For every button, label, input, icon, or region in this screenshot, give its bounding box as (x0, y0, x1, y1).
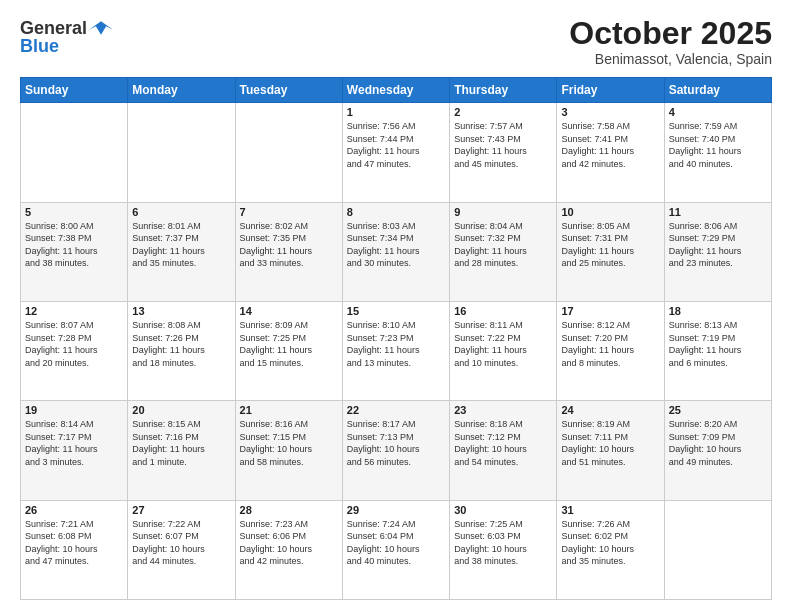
day-number: 5 (25, 206, 123, 218)
day-number: 25 (669, 404, 767, 416)
table-row (21, 103, 128, 202)
calendar-week-row: 12Sunrise: 8:07 AM Sunset: 7:28 PM Dayli… (21, 301, 772, 400)
table-row: 23Sunrise: 8:18 AM Sunset: 7:12 PM Dayli… (450, 401, 557, 500)
table-row: 28Sunrise: 7:23 AM Sunset: 6:06 PM Dayli… (235, 500, 342, 599)
day-number: 2 (454, 106, 552, 118)
day-info: Sunrise: 7:57 AM Sunset: 7:43 PM Dayligh… (454, 120, 552, 170)
day-number: 27 (132, 504, 230, 516)
day-number: 23 (454, 404, 552, 416)
day-number: 13 (132, 305, 230, 317)
day-number: 28 (240, 504, 338, 516)
calendar-week-row: 5Sunrise: 8:00 AM Sunset: 7:38 PM Daylig… (21, 202, 772, 301)
day-number: 7 (240, 206, 338, 218)
table-row: 25Sunrise: 8:20 AM Sunset: 7:09 PM Dayli… (664, 401, 771, 500)
table-row: 11Sunrise: 8:06 AM Sunset: 7:29 PM Dayli… (664, 202, 771, 301)
day-info: Sunrise: 8:07 AM Sunset: 7:28 PM Dayligh… (25, 319, 123, 369)
month-title: October 2025 (569, 16, 772, 51)
day-info: Sunrise: 7:22 AM Sunset: 6:07 PM Dayligh… (132, 518, 230, 568)
col-tuesday: Tuesday (235, 78, 342, 103)
table-row: 10Sunrise: 8:05 AM Sunset: 7:31 PM Dayli… (557, 202, 664, 301)
table-row (128, 103, 235, 202)
table-row: 4Sunrise: 7:59 AM Sunset: 7:40 PM Daylig… (664, 103, 771, 202)
day-info: Sunrise: 8:00 AM Sunset: 7:38 PM Dayligh… (25, 220, 123, 270)
day-number: 3 (561, 106, 659, 118)
table-row: 5Sunrise: 8:00 AM Sunset: 7:38 PM Daylig… (21, 202, 128, 301)
day-number: 31 (561, 504, 659, 516)
day-number: 8 (347, 206, 445, 218)
day-info: Sunrise: 7:58 AM Sunset: 7:41 PM Dayligh… (561, 120, 659, 170)
table-row: 6Sunrise: 8:01 AM Sunset: 7:37 PM Daylig… (128, 202, 235, 301)
day-info: Sunrise: 8:19 AM Sunset: 7:11 PM Dayligh… (561, 418, 659, 468)
day-info: Sunrise: 8:10 AM Sunset: 7:23 PM Dayligh… (347, 319, 445, 369)
table-row: 24Sunrise: 8:19 AM Sunset: 7:11 PM Dayli… (557, 401, 664, 500)
table-row: 14Sunrise: 8:09 AM Sunset: 7:25 PM Dayli… (235, 301, 342, 400)
day-info: Sunrise: 8:15 AM Sunset: 7:16 PM Dayligh… (132, 418, 230, 468)
table-row (235, 103, 342, 202)
col-friday: Friday (557, 78, 664, 103)
table-row: 16Sunrise: 8:11 AM Sunset: 7:22 PM Dayli… (450, 301, 557, 400)
table-row: 13Sunrise: 8:08 AM Sunset: 7:26 PM Dayli… (128, 301, 235, 400)
day-number: 9 (454, 206, 552, 218)
day-info: Sunrise: 8:06 AM Sunset: 7:29 PM Dayligh… (669, 220, 767, 270)
day-number: 19 (25, 404, 123, 416)
calendar-week-row: 19Sunrise: 8:14 AM Sunset: 7:17 PM Dayli… (21, 401, 772, 500)
table-row: 7Sunrise: 8:02 AM Sunset: 7:35 PM Daylig… (235, 202, 342, 301)
table-row: 15Sunrise: 8:10 AM Sunset: 7:23 PM Dayli… (342, 301, 449, 400)
day-number: 14 (240, 305, 338, 317)
table-row (664, 500, 771, 599)
logo: General Blue (20, 16, 113, 57)
calendar-header-row: Sunday Monday Tuesday Wednesday Thursday… (21, 78, 772, 103)
day-info: Sunrise: 8:05 AM Sunset: 7:31 PM Dayligh… (561, 220, 659, 270)
day-number: 16 (454, 305, 552, 317)
day-info: Sunrise: 8:03 AM Sunset: 7:34 PM Dayligh… (347, 220, 445, 270)
logo-bird-icon (89, 16, 113, 40)
day-info: Sunrise: 8:01 AM Sunset: 7:37 PM Dayligh… (132, 220, 230, 270)
day-info: Sunrise: 7:59 AM Sunset: 7:40 PM Dayligh… (669, 120, 767, 170)
table-row: 22Sunrise: 8:17 AM Sunset: 7:13 PM Dayli… (342, 401, 449, 500)
day-number: 4 (669, 106, 767, 118)
calendar-week-row: 26Sunrise: 7:21 AM Sunset: 6:08 PM Dayli… (21, 500, 772, 599)
table-row: 30Sunrise: 7:25 AM Sunset: 6:03 PM Dayli… (450, 500, 557, 599)
day-number: 6 (132, 206, 230, 218)
header: General Blue October 2025 Benimassot, Va… (20, 16, 772, 67)
day-number: 18 (669, 305, 767, 317)
table-row: 27Sunrise: 7:22 AM Sunset: 6:07 PM Dayli… (128, 500, 235, 599)
day-info: Sunrise: 7:23 AM Sunset: 6:06 PM Dayligh… (240, 518, 338, 568)
table-row: 20Sunrise: 8:15 AM Sunset: 7:16 PM Dayli… (128, 401, 235, 500)
table-row: 18Sunrise: 8:13 AM Sunset: 7:19 PM Dayli… (664, 301, 771, 400)
calendar-table: Sunday Monday Tuesday Wednesday Thursday… (20, 77, 772, 600)
location: Benimassot, Valencia, Spain (569, 51, 772, 67)
day-number: 15 (347, 305, 445, 317)
table-row: 21Sunrise: 8:16 AM Sunset: 7:15 PM Dayli… (235, 401, 342, 500)
day-info: Sunrise: 8:18 AM Sunset: 7:12 PM Dayligh… (454, 418, 552, 468)
table-row: 9Sunrise: 8:04 AM Sunset: 7:32 PM Daylig… (450, 202, 557, 301)
day-info: Sunrise: 8:04 AM Sunset: 7:32 PM Dayligh… (454, 220, 552, 270)
day-info: Sunrise: 7:26 AM Sunset: 6:02 PM Dayligh… (561, 518, 659, 568)
day-info: Sunrise: 7:56 AM Sunset: 7:44 PM Dayligh… (347, 120, 445, 170)
day-info: Sunrise: 8:09 AM Sunset: 7:25 PM Dayligh… (240, 319, 338, 369)
table-row: 31Sunrise: 7:26 AM Sunset: 6:02 PM Dayli… (557, 500, 664, 599)
table-row: 3Sunrise: 7:58 AM Sunset: 7:41 PM Daylig… (557, 103, 664, 202)
logo-blue-text: Blue (20, 36, 59, 57)
day-number: 30 (454, 504, 552, 516)
table-row: 2Sunrise: 7:57 AM Sunset: 7:43 PM Daylig… (450, 103, 557, 202)
svg-marker-0 (89, 21, 113, 35)
day-info: Sunrise: 8:20 AM Sunset: 7:09 PM Dayligh… (669, 418, 767, 468)
table-row: 17Sunrise: 8:12 AM Sunset: 7:20 PM Dayli… (557, 301, 664, 400)
day-number: 11 (669, 206, 767, 218)
day-info: Sunrise: 7:24 AM Sunset: 6:04 PM Dayligh… (347, 518, 445, 568)
day-info: Sunrise: 8:13 AM Sunset: 7:19 PM Dayligh… (669, 319, 767, 369)
title-block: October 2025 Benimassot, Valencia, Spain (569, 16, 772, 67)
day-number: 22 (347, 404, 445, 416)
table-row: 19Sunrise: 8:14 AM Sunset: 7:17 PM Dayli… (21, 401, 128, 500)
day-number: 20 (132, 404, 230, 416)
day-number: 10 (561, 206, 659, 218)
day-number: 29 (347, 504, 445, 516)
day-info: Sunrise: 8:11 AM Sunset: 7:22 PM Dayligh… (454, 319, 552, 369)
table-row: 26Sunrise: 7:21 AM Sunset: 6:08 PM Dayli… (21, 500, 128, 599)
day-info: Sunrise: 8:14 AM Sunset: 7:17 PM Dayligh… (25, 418, 123, 468)
day-info: Sunrise: 7:25 AM Sunset: 6:03 PM Dayligh… (454, 518, 552, 568)
col-sunday: Sunday (21, 78, 128, 103)
day-info: Sunrise: 8:17 AM Sunset: 7:13 PM Dayligh… (347, 418, 445, 468)
table-row: 1Sunrise: 7:56 AM Sunset: 7:44 PM Daylig… (342, 103, 449, 202)
